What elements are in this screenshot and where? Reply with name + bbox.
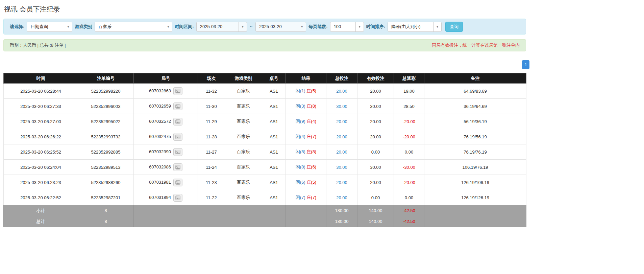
page-button-1[interactable]: 1 [522, 60, 529, 69]
date-from-value: 2025-03-20 [197, 22, 239, 31]
cell-bet-id: 522352993732 [78, 129, 134, 144]
cell-valid-bet: 20.00 [357, 175, 394, 190]
cell-session: 11-29 [198, 114, 225, 129]
result-banker: 庄(7) [306, 195, 316, 200]
cell-round: 607032863 [134, 84, 198, 99]
table-header-row: 时间 注单编号 局号 场次 游戏类别 桌号 结果 总投注 有效投注 总派彩 备注 [4, 73, 526, 84]
cell-note: 106.19/76.19 [424, 160, 526, 175]
total-bet-link[interactable]: 20.00 [336, 119, 347, 124]
cell-round: 607032390 [134, 144, 198, 160]
round-media-button[interactable] [173, 133, 182, 141]
payout-value: 28.50 [403, 104, 415, 109]
round-media-button[interactable] [173, 102, 182, 110]
date-to-select[interactable]: 2025-03-20 ▼ [255, 22, 306, 32]
cell-time: 2025-03-20 06:24:04 [4, 160, 78, 175]
header-round: 局号 [134, 73, 198, 84]
result-banker: 庄(7) [306, 134, 316, 139]
total-bet-link[interactable]: 30.00 [336, 104, 347, 109]
cell-game-type: 百家乐 [225, 144, 262, 160]
total-bet-link[interactable]: 20.00 [336, 134, 347, 139]
summary-label: 小计 [4, 205, 78, 216]
cell-note: 64.69/83.69 [424, 84, 526, 99]
cell-note: 76.19/76.19 [424, 144, 526, 160]
round-media-button[interactable] [173, 87, 182, 95]
table-row: 2025-03-20 06:23:23522352988260607031981… [4, 175, 526, 190]
cell-session: 11-27 [198, 144, 225, 160]
round-media-button[interactable] [173, 148, 182, 156]
cell-valid-bet: 30.00 [357, 160, 394, 175]
total-bet-link[interactable]: 20.00 [336, 89, 347, 94]
total-bet-link[interactable]: 30.00 [336, 165, 347, 170]
page-size-value: 100 [330, 22, 355, 31]
cell-time: 2025-03-20 06:25:52 [4, 144, 78, 160]
result-player: 闲(4) [296, 134, 305, 139]
pagination: 1 [3, 60, 529, 69]
cell-game-type: 百家乐 [225, 84, 262, 99]
search-button[interactable]: 查询 [445, 22, 463, 32]
cell-total-bet: 20.00 [326, 175, 357, 190]
round-media-button[interactable] [173, 194, 182, 202]
sort-value: 降幂(由大到小) [388, 22, 433, 31]
round-media-button[interactable] [173, 163, 182, 171]
summary-bar: 币别：人民币 | 总共 :8 注单 | 同局有效投注，统一计算在该局第一张注单内 [3, 39, 526, 51]
cell-bet-id: 522352988260 [78, 175, 134, 190]
cell-payout: -20.00 [394, 114, 424, 129]
cell-game-type: 百家乐 [225, 160, 262, 175]
cell-table-no: AS1 [262, 114, 286, 129]
cell-game-type: 百家乐 [225, 175, 262, 190]
game-type-select[interactable]: 百家乐 ▼ [95, 22, 172, 32]
cell-total-bet: 20.00 [326, 129, 357, 144]
cell-game-type: 百家乐 [225, 114, 262, 129]
cell-valid-bet: 30.00 [357, 99, 394, 114]
round-number: 607032572 [149, 118, 171, 123]
cell-result: 闲(3) 庄(8) [286, 99, 326, 114]
round-number: 607032863 [149, 88, 171, 93]
total-bet-link[interactable]: 20.00 [336, 180, 347, 185]
cell-session: 11-32 [198, 84, 225, 99]
date-from-select[interactable]: 2025-03-20 ▼ [196, 22, 247, 32]
page-size-select[interactable]: 100 ▼ [330, 22, 364, 32]
result-banker: 庄(5) [306, 88, 316, 93]
cell-payout: 28.50 [394, 99, 424, 114]
cell-game-type: 百家乐 [225, 129, 262, 144]
table-row: 2025-03-20 06:27:33522352996003607032659… [4, 99, 526, 114]
result-player: 闲(1) [296, 88, 305, 93]
round-media-button[interactable] [173, 179, 182, 186]
header-time: 时间 [4, 73, 78, 84]
round-number: 607031981 [149, 179, 171, 184]
payout-value: -20.00 [403, 134, 415, 139]
cell-payout: -20.00 [394, 129, 424, 144]
round-number: 607032475 [149, 134, 171, 139]
table-row: 2025-03-20 06:26:22522352993732607032475… [4, 129, 526, 144]
cell-valid-bet: 20.00 [357, 114, 394, 129]
image-icon [175, 104, 180, 109]
cell-bet-id: 522352987201 [78, 190, 134, 205]
total-bet-link[interactable]: 20.00 [336, 150, 347, 155]
cell-table-no: AS1 [262, 129, 286, 144]
cell-total-bet: 30.00 [326, 160, 357, 175]
round-media-button[interactable] [173, 118, 182, 125]
chevron-down-icon: ▼ [433, 22, 441, 31]
valid-bet-notice: 同局有效投注，统一计算在该局第一张注单内 [432, 42, 520, 48]
summary-payout: -42.50 [394, 216, 424, 227]
image-icon [175, 150, 180, 154]
cell-note: 56.19/36.19 [424, 114, 526, 129]
round-number: 607032390 [149, 149, 171, 154]
result-player: 闲(3) [296, 104, 305, 109]
result-player: 闲(6) [296, 180, 305, 185]
cell-note: 76.19/56.19 [424, 129, 526, 144]
cell-payout: -20.00 [394, 175, 424, 190]
summary-valid-bet: 140.00 [357, 216, 394, 227]
cell-bet-id: 522352992885 [78, 144, 134, 160]
cell-payout: 19.00 [394, 84, 424, 99]
sort-select[interactable]: 降幂(由大到小) ▼ [388, 22, 442, 32]
image-icon [175, 165, 180, 169]
game-type-value: 百家乐 [95, 22, 164, 31]
cell-session: 11-24 [198, 160, 225, 175]
total-bet-link[interactable]: 20.00 [336, 195, 347, 200]
query-type-select[interactable]: 日期查询 ▼ [27, 22, 72, 32]
cell-time: 2025-03-20 06:22:52 [4, 190, 78, 205]
result-banker: 庄(8) [306, 149, 316, 154]
cell-round: 607031981 [134, 175, 198, 190]
summary-payout: -42.50 [394, 205, 424, 216]
